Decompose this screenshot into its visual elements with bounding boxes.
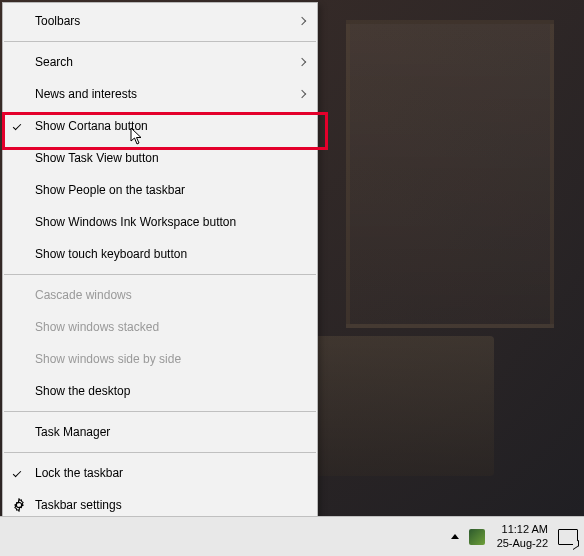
tray-overflow-button[interactable] (447, 522, 463, 552)
menu-search[interactable]: Search (3, 46, 317, 78)
menu-task-manager[interactable]: Task Manager (3, 416, 317, 448)
menu-show-taskview[interactable]: Show Task View button (3, 142, 317, 174)
menu-toolbars[interactable]: Toolbars (3, 5, 317, 37)
separator (4, 452, 316, 453)
chevron-right-icon (298, 58, 306, 66)
menu-label: Task Manager (35, 425, 110, 439)
chevron-right-icon (298, 90, 306, 98)
menu-show-touch-keyboard[interactable]: Show touch keyboard button (3, 238, 317, 270)
separator (4, 274, 316, 275)
separator (4, 411, 316, 412)
menu-label: Show windows stacked (35, 320, 159, 334)
menu-label: Show Task View button (35, 151, 159, 165)
check-icon (13, 467, 25, 479)
menu-label: Toolbars (35, 14, 80, 28)
gear-icon (12, 498, 26, 512)
menu-label: Show People on the taskbar (35, 183, 185, 197)
menu-label: Show the desktop (35, 384, 130, 398)
taskbar-context-menu: Toolbars Search News and interests Show … (2, 2, 318, 524)
menu-lock-taskbar[interactable]: Lock the taskbar (3, 457, 317, 489)
menu-side-by-side: Show windows side by side (3, 343, 317, 375)
menu-label: Show windows side by side (35, 352, 181, 366)
tray-app-icon[interactable] (467, 527, 487, 547)
menu-stacked: Show windows stacked (3, 311, 317, 343)
separator (4, 41, 316, 42)
menu-label: Cascade windows (35, 288, 132, 302)
menu-label: News and interests (35, 87, 137, 101)
menu-show-people[interactable]: Show People on the taskbar (3, 174, 317, 206)
taskbar[interactable]: 11:12 AM 25-Aug-22 (0, 516, 584, 556)
menu-cascade: Cascade windows (3, 279, 317, 311)
notification-icon (558, 529, 578, 545)
menu-label: Lock the taskbar (35, 466, 123, 480)
menu-label: Show touch keyboard button (35, 247, 187, 261)
taskbar-clock[interactable]: 11:12 AM 25-Aug-22 (491, 523, 554, 549)
menu-label: Taskbar settings (35, 498, 122, 512)
check-icon (13, 120, 25, 132)
action-center-button[interactable] (558, 527, 578, 547)
clock-date: 25-Aug-22 (497, 537, 548, 550)
menu-show-cortana[interactable]: Show Cortana button (3, 110, 317, 142)
menu-show-desktop[interactable]: Show the desktop (3, 375, 317, 407)
clock-time: 11:12 AM (502, 523, 548, 536)
chevron-right-icon (298, 17, 306, 25)
chevron-up-icon (451, 534, 459, 539)
app-icon (469, 529, 485, 545)
menu-label: Show Cortana button (35, 119, 148, 133)
menu-label: Search (35, 55, 73, 69)
menu-label: Show Windows Ink Workspace button (35, 215, 236, 229)
menu-show-ink[interactable]: Show Windows Ink Workspace button (3, 206, 317, 238)
menu-news-interests[interactable]: News and interests (3, 78, 317, 110)
